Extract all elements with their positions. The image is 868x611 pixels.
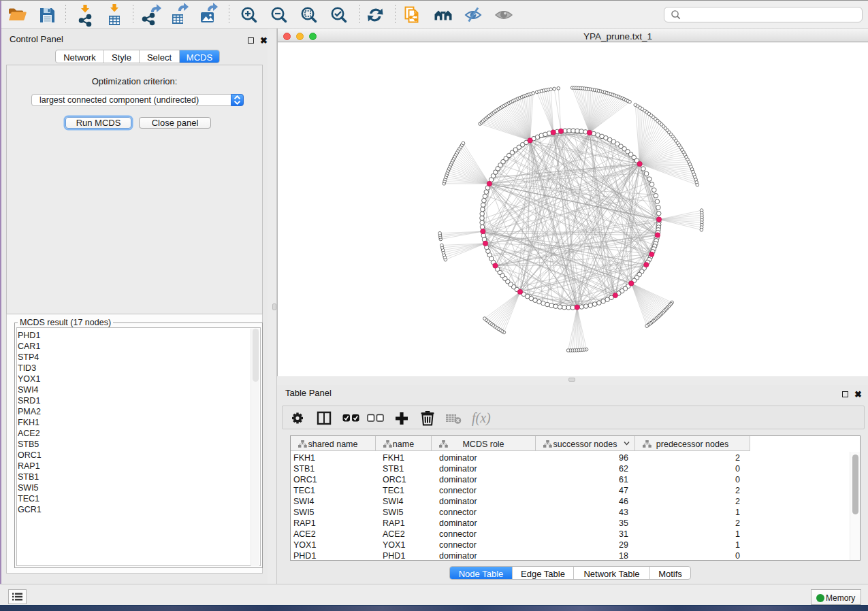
- svg-text:f(x): f(x): [472, 410, 491, 426]
